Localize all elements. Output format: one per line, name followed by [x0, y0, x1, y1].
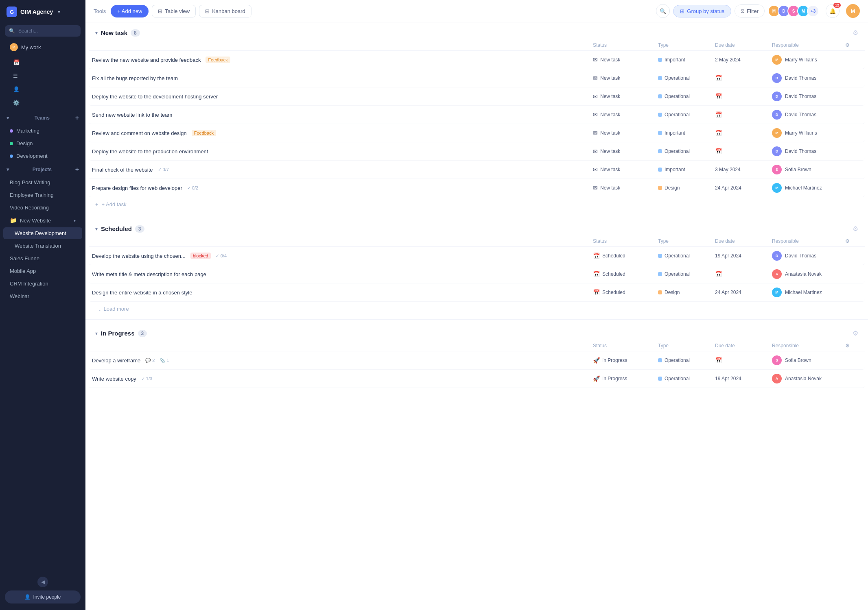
section-in-progress-settings[interactable]: ⚙	[853, 329, 858, 337]
user-avatar-button[interactable]: M	[846, 4, 860, 18]
table-row[interactable]: Fix all the bugs reported by the team ✉ …	[89, 69, 865, 87]
sidebar-item-video-recording[interactable]: Video Recording	[3, 202, 82, 214]
responsible-cell: S Sofia Brown	[772, 355, 845, 365]
table-row[interactable]: Develop a wireframe 💬 2 📎 1 🚀 In Progres…	[89, 351, 865, 370]
table-row[interactable]: Write website copy ✓ 1/3 🚀 In Progress O…	[89, 370, 865, 388]
table-row[interactable]: Review the new website and provide feedb…	[89, 51, 865, 69]
gear-icon: ⚙️	[13, 100, 20, 106]
sidebar-nav-person[interactable]: 👤	[7, 83, 85, 95]
resp-avatar: A	[772, 374, 782, 383]
task-name: Prepare design files for web developer ✓…	[92, 185, 593, 191]
sidebar-item-blog-post[interactable]: Blog Post Writing	[3, 176, 82, 188]
avatar-more[interactable]: +3	[807, 5, 819, 17]
table-row[interactable]: Write meta title & meta description for …	[89, 265, 865, 283]
marketing-label: Marketing	[16, 128, 39, 134]
search-icon: 🔍	[660, 8, 666, 14]
section-divider-1	[85, 215, 868, 215]
app-name-chevron: ▾	[58, 9, 60, 15]
sidebar-item-new-website[interactable]: 📁 New Website ▾	[3, 214, 82, 227]
section-scheduled-toggle[interactable]: ▾	[95, 226, 98, 232]
sidebar-item-employee-training[interactable]: Employee Training	[3, 189, 82, 201]
teams-label: Teams	[35, 115, 50, 121]
logo-icon: G	[7, 7, 17, 17]
content-area: ▾ New task 8 ⚙ Status Type Due date Resp…	[85, 22, 868, 610]
section-new-task-toggle[interactable]: ▾	[95, 30, 98, 36]
sidebar-nav-settings[interactable]: ⚙️	[7, 97, 85, 109]
avatar-group: M D S M +3	[768, 5, 819, 17]
search-button[interactable]: 🔍	[656, 4, 670, 18]
teams-header[interactable]: ▾ Teams +	[7, 115, 79, 121]
kanban-label: Kanban board	[212, 8, 245, 14]
type-dot	[658, 113, 662, 117]
mywork-label: My work	[21, 44, 41, 50]
sidebar-item-mobile-app[interactable]: Mobile App	[3, 265, 82, 277]
resp-avatar: D	[772, 92, 782, 101]
projects-add-button[interactable]: +	[75, 166, 79, 173]
section-new-task: ▾ New task 8 ⚙ Status Type Due date Resp…	[85, 22, 868, 211]
add-task-button[interactable]: + + Add task	[89, 197, 865, 211]
table-view-button[interactable]: ⊞ Table view	[152, 5, 196, 17]
section-in-progress-toggle[interactable]: ▾	[95, 331, 98, 336]
development-label: Development	[16, 153, 48, 159]
type-dot	[658, 149, 662, 153]
table-row[interactable]: Final check of the website ✓ 0/7 ✉ New t…	[89, 161, 865, 179]
sidebar-item-website-translation[interactable]: Website Translation	[3, 240, 82, 252]
type-cell: Operational	[658, 376, 715, 381]
col-due: Due date	[715, 343, 772, 349]
col-settings: ⚙	[845, 238, 861, 244]
section-scheduled-header: ▾ Scheduled 3 ⚙	[85, 218, 868, 236]
table-row[interactable]: Send new website link to the team ✉ New …	[89, 106, 865, 124]
sidebar-nav-calendar[interactable]: 📅	[7, 57, 85, 68]
sidebar-item-website-development[interactable]: Website Development	[3, 227, 82, 239]
load-more-button[interactable]: ↓ Load more	[92, 302, 861, 316]
resp-avatar: M	[772, 183, 782, 193]
col-status: Status	[593, 238, 658, 244]
type-dot	[658, 58, 662, 62]
sidebar-item-marketing[interactable]: Marketing	[3, 125, 82, 137]
kanban-board-button[interactable]: ⊟ Kanban board	[199, 5, 251, 17]
section-scheduled-settings[interactable]: ⚙	[853, 225, 858, 233]
section-new-task-settings[interactable]: ⚙	[853, 29, 858, 37]
responsible-cell: D David Thomas	[772, 110, 845, 120]
new-website-chevron: ▾	[74, 218, 76, 223]
table-row[interactable]: Review and comment on website design Fee…	[89, 124, 865, 142]
app-logo[interactable]: G GIM Agency ▾	[0, 0, 85, 24]
sidebar-item-sales-funnel[interactable]: Sales Funnel	[3, 253, 82, 264]
due-cell: 📅	[715, 130, 772, 136]
col-settings: ⚙	[845, 42, 861, 48]
kanban-icon: ⊟	[205, 8, 210, 14]
invite-people-button[interactable]: 👤 Invite people	[5, 590, 81, 603]
development-dot	[10, 155, 13, 158]
sales-funnel-label: Sales Funnel	[10, 255, 41, 261]
type-cell: Important	[658, 167, 715, 172]
type-cell: Operational	[658, 357, 715, 363]
table-row[interactable]: Design the entire website in a chosen st…	[89, 283, 865, 302]
sidebar-collapse-button[interactable]: ◀	[37, 577, 48, 587]
type-dot	[658, 358, 662, 362]
notification-button[interactable]: 🔔 12	[826, 4, 840, 18]
add-new-button[interactable]: + Add new	[111, 5, 149, 17]
group-by-status-button[interactable]: ⊞ Group by status	[673, 5, 731, 17]
table-row[interactable]: Deploy the website to the development ho…	[89, 87, 865, 106]
projects-header[interactable]: ▾ Projects +	[7, 166, 79, 173]
resp-avatar: D	[772, 251, 782, 261]
resp-avatar: D	[772, 146, 782, 156]
sidebar-nav-list[interactable]: ☰	[7, 70, 85, 82]
table-row[interactable]: Prepare design files for web developer ✓…	[89, 179, 865, 197]
table-row[interactable]: Develop the website using the chosen... …	[89, 247, 865, 265]
due-cell: 3 May 2024	[715, 167, 772, 172]
filter-button[interactable]: ⧖ Filter	[735, 4, 765, 17]
sidebar-item-development[interactable]: Development	[3, 150, 82, 162]
status-cell: ✉ New task	[593, 148, 658, 155]
teams-add-button[interactable]: +	[75, 115, 79, 121]
add-task-plus: +	[95, 201, 98, 207]
sidebar-item-webinar[interactable]: Webinar	[3, 290, 82, 302]
sidebar-item-mywork[interactable]: M My work	[3, 40, 82, 54]
sidebar-item-crm[interactable]: CRM Integration	[3, 278, 82, 290]
type-dot	[658, 272, 662, 276]
table-row[interactable]: Deploy the website to the production env…	[89, 142, 865, 161]
sidebar-item-design[interactable]: Design	[3, 137, 82, 149]
due-cell: 📅	[715, 111, 772, 118]
search-box[interactable]: 🔍 Search...	[5, 25, 81, 37]
section-in-progress: ▾ In Progress 3 ⚙ Status Type Due date R…	[85, 323, 868, 388]
